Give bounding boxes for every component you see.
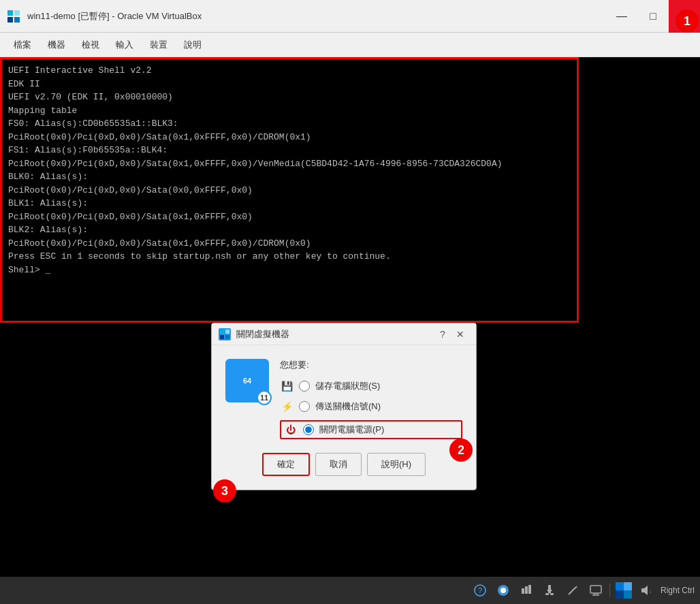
dialog-vm-icon-container: 64 11	[225, 359, 269, 402]
terminal-line: Shell> _	[8, 264, 692, 277]
dialog-body: 64 11 您想要: 💾 儲存電腦狀態(S) ⚡ 傳送關機信號(N)	[212, 345, 476, 453]
svg-rect-2	[7, 17, 13, 22]
svg-rect-21	[590, 586, 601, 593]
annotation-circle-3: 3	[213, 479, 236, 503]
dialog-icon	[219, 328, 231, 340]
svg-text:?: ?	[478, 586, 482, 594]
svg-rect-18	[550, 593, 554, 595]
window-title: win11-demo [已暫停] - Oracle VM VirtualBox	[27, 10, 606, 22]
maximize-button[interactable]: □	[637, 0, 669, 33]
menu-input[interactable]: 輸入	[108, 36, 142, 54]
terminal-output: UEFI Interactive Shell v2.2 EDK II UEFI …	[0, 57, 700, 577]
menu-file[interactable]: 檔案	[5, 36, 39, 54]
terminal-line: PciRoot(0x0)/Pci(0xD,0x0)/Sata(0x1,0xFFF…	[8, 210, 692, 224]
terminal-line: Mapping table	[8, 104, 692, 118]
svg-line-19	[569, 587, 576, 594]
terminal-line: PciRoot(0x0)/Pci(0xD,0x0)/Sata(0x1,0xFFF…	[8, 157, 692, 171]
save-state-label[interactable]: 儲存電腦狀態(S)	[315, 380, 380, 392]
vm-icon-badge: 11	[257, 390, 272, 405]
svg-rect-7	[225, 335, 229, 339]
svg-rect-14	[528, 585, 531, 594]
send-signal-option: ⚡ 傳送關機信號(N)	[280, 400, 462, 413]
menu-bar: 檔案 機器 檢視 輸入 裝置 說明	[0, 33, 700, 57]
close-vm-dialog: 關閉虛擬機器 ? ✕ 64 11 您想要: 💾 儲存電腦狀態(S)	[211, 323, 477, 490]
dialog-footer: 確定 取消 說明(H)	[212, 453, 476, 490]
terminal-line: BLK1: Alias(s):	[8, 197, 692, 210]
taskbar-separator	[609, 584, 610, 597]
dialog-close-button[interactable]: ✕	[451, 325, 469, 343]
svg-rect-17	[545, 593, 549, 595]
dialog-help-icon[interactable]: ?	[434, 325, 451, 343]
save-state-radio[interactable]	[299, 381, 310, 392]
svg-rect-27	[616, 590, 624, 599]
terminal-line: Press ESC in 1 seconds to skip startup.n…	[8, 250, 692, 264]
send-signal-radio[interactable]	[299, 401, 310, 412]
terminal-line: UEFI v2.70 (EDK II, 0x00010000)	[8, 91, 692, 104]
svg-marker-30	[644, 586, 648, 595]
signal-icon: ⚡	[280, 400, 293, 413]
svg-rect-26	[624, 582, 632, 590]
svg-rect-12	[522, 588, 524, 594]
svg-rect-1	[14, 10, 20, 16]
save-icon: 💾	[280, 379, 293, 393]
dialog-prompt: 您想要:	[280, 359, 462, 371]
taskbar-volume-icon[interactable]: ↓	[637, 581, 656, 600]
taskbar-right-ctrl: Right Ctrl	[661, 586, 695, 595]
title-bar: win11-demo [已暫停] - Oracle VM VirtualBox …	[0, 0, 700, 33]
terminal-line: FS0: Alias(s):CD0b65535a1::BLK3:	[8, 117, 692, 131]
terminal-line: PciRoot(0x0)/Pci(0xD,0x0)/Sata(0x1,0xFFF…	[8, 131, 692, 144]
menu-machine[interactable]: 機器	[39, 36, 74, 54]
dialog-titlebar: 關閉虛擬機器 ? ✕	[212, 323, 476, 345]
taskbar-help-icon[interactable]: ?	[471, 581, 490, 600]
vm-icon: 64 11	[225, 359, 269, 402]
menu-view[interactable]: 檢視	[74, 36, 108, 54]
save-state-option: 💾 儲存電腦狀態(S)	[280, 379, 462, 393]
svg-rect-13	[525, 586, 528, 594]
taskbar-network-icon[interactable]	[517, 581, 536, 600]
svg-rect-6	[220, 335, 224, 339]
menu-device[interactable]: 裝置	[142, 36, 176, 54]
svg-marker-20	[576, 586, 577, 588]
annotation-circle-1: 1	[675, 10, 699, 33]
svg-rect-3	[14, 17, 20, 22]
svg-rect-25	[616, 582, 624, 590]
svg-rect-29	[641, 588, 644, 592]
taskbar-pen-icon[interactable]	[563, 581, 582, 600]
vm-screen: UEFI Interactive Shell v2.2 EDK II UEFI …	[0, 57, 700, 577]
dialog-title: 關閉虛擬機器	[236, 328, 434, 340]
menu-help[interactable]: 說明	[176, 36, 210, 54]
svg-rect-5	[225, 330, 229, 334]
taskbar-settings-icon[interactable]	[614, 581, 633, 600]
terminal-line: PciRoot(0x0)/Pci(0xD,0x0)/Sata(0x1,0xFFF…	[8, 237, 692, 251]
help-button[interactable]: 說明(H)	[367, 453, 426, 476]
taskbar-usb-icon[interactable]	[540, 581, 559, 600]
annotation-circle-2: 2	[449, 439, 473, 462]
app-icon	[5, 8, 22, 25]
taskbar: ?	[0, 577, 700, 604]
minimize-button[interactable]: —	[606, 0, 637, 33]
terminal-line: BLK0: Alias(s):	[8, 170, 692, 184]
dialog-options: 您想要: 💾 儲存電腦狀態(S) ⚡ 傳送關機信號(N) ⏻	[280, 359, 462, 439]
power-off-label[interactable]: 關閉電腦電源(P)	[319, 424, 384, 436]
terminal-line: PciRoot(0x0)/Pci(0xD,0x0)/Sata(0x0,0xFFF…	[8, 184, 692, 197]
svg-point-11	[500, 588, 506, 593]
send-signal-label[interactable]: 傳送關機信號(N)	[315, 400, 381, 413]
svg-text:↓: ↓	[649, 588, 652, 594]
power-icon: ⏻	[284, 423, 298, 436]
cancel-button[interactable]: 取消	[315, 453, 362, 476]
terminal-line: EDK II	[8, 78, 692, 91]
taskbar-screen-icon[interactable]	[586, 581, 605, 600]
power-off-radio[interactable]	[303, 424, 314, 435]
terminal-line: BLK2: Alias(s):	[8, 223, 692, 237]
taskbar-capture-icon[interactable]	[494, 581, 513, 600]
svg-rect-0	[7, 10, 13, 16]
svg-rect-28	[624, 590, 632, 599]
terminal-line: UEFI Interactive Shell v2.2	[8, 64, 692, 78]
ok-button[interactable]: 確定	[262, 453, 310, 476]
svg-rect-4	[220, 330, 224, 334]
power-off-option: ⏻ 關閉電腦電源(P)	[280, 420, 462, 439]
terminal-line: FS1: Alias(s):F0b65535a::BLK4:	[8, 144, 692, 157]
